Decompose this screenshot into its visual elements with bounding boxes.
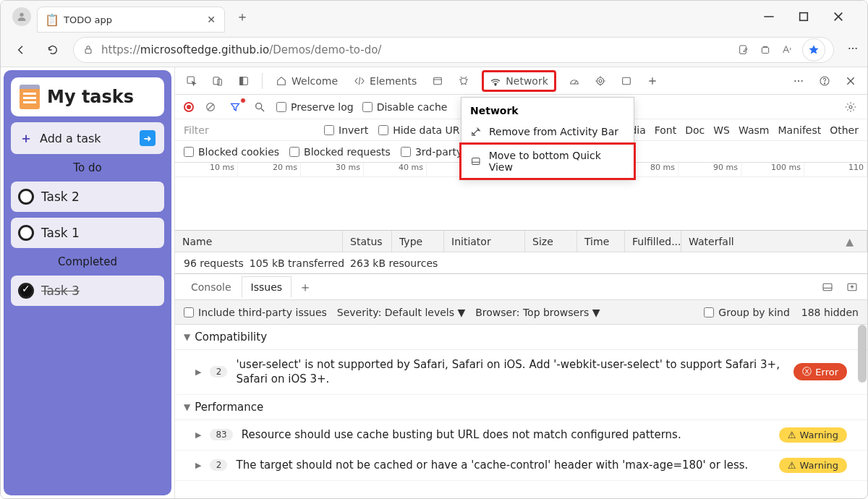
maximize-button[interactable]	[792, 7, 815, 27]
tab-elements[interactable]: Elements	[351, 72, 420, 90]
new-tab-button[interactable]: ＋	[231, 5, 254, 28]
filter-toggle-icon[interactable]	[227, 99, 243, 115]
more-tools-icon[interactable]	[618, 73, 634, 89]
add-task-button[interactable]: ＋ Add a task ➜	[11, 122, 164, 154]
type-filter[interactable]: Doc	[685, 124, 705, 136]
col-status[interactable]: Status	[343, 231, 392, 252]
svg-point-0	[20, 13, 23, 17]
back-button[interactable]	[9, 38, 33, 61]
profile-avatar[interactable]	[12, 7, 31, 26]
browser-tab[interactable]: 📋 TODO app ✕	[37, 7, 225, 33]
svg-rect-5	[85, 48, 91, 53]
issue-group-perf[interactable]: ▼Performance	[175, 395, 867, 420]
drawer-add-icon[interactable]: ＋	[293, 278, 318, 296]
svg-point-41	[849, 106, 852, 108]
type-filter[interactable]: WS	[713, 124, 730, 136]
timeline-overview[interactable]	[175, 177, 867, 231]
sort-icon: ▲	[846, 236, 854, 247]
type-filter[interactable]: Font	[655, 124, 676, 136]
task-checkbox[interactable]	[18, 189, 34, 205]
device-toggle-icon[interactable]	[210, 73, 226, 89]
refresh-button[interactable]	[41, 38, 64, 61]
warning-badge: ⚠ Warning	[779, 427, 847, 443]
col-waterfall[interactable]: Waterfall▲	[681, 231, 867, 252]
drawer-expand-icon[interactable]	[844, 279, 860, 295]
chevron-right-icon: ▶	[195, 461, 201, 470]
task-item[interactable]: Task 1	[11, 218, 164, 248]
preserve-log-checkbox[interactable]: Preserve log	[276, 101, 354, 113]
favorite-icon[interactable]	[803, 39, 825, 61]
invert-checkbox[interactable]: Invert	[324, 124, 368, 136]
type-filter[interactable]: Other	[830, 124, 859, 136]
col-initiator[interactable]: Initiator	[444, 231, 525, 252]
clear-icon[interactable]	[203, 99, 218, 115]
application-icon[interactable]	[430, 73, 446, 89]
collections-icon[interactable]	[760, 44, 771, 56]
minimize-button[interactable]	[757, 7, 780, 27]
help-icon[interactable]	[817, 73, 833, 89]
record-button[interactable]	[184, 102, 194, 112]
issue-row[interactable]: ▶ 2 The target should not be cached or h…	[175, 451, 867, 481]
browser-chrome: 📋 TODO app ✕ ＋ https://microsoftedge.git…	[1, 1, 867, 67]
drawer-dock-icon[interactable]	[820, 279, 835, 295]
hide-data-url-checkbox[interactable]: Hide data UR	[378, 124, 459, 136]
blocked-cookies-checkbox[interactable]: Blocked cookies	[184, 146, 279, 158]
task-checkbox[interactable]	[18, 225, 34, 241]
address-bar[interactable]: https://microsoftedge.github.io/Demos/de…	[73, 37, 834, 63]
task-checkbox-done[interactable]	[18, 283, 34, 299]
svg-rect-15	[240, 77, 243, 85]
issue-group-compat[interactable]: ▼Compatibility	[175, 325, 867, 350]
tab-console[interactable]: Console	[182, 277, 240, 297]
network-settings-icon[interactable]	[843, 99, 859, 115]
add-tab-icon[interactable]	[644, 73, 660, 89]
devtools-menu-icon[interactable]	[791, 73, 807, 89]
col-name[interactable]: Name	[175, 231, 343, 252]
issue-row[interactable]: ▶ 2 'user-select' is not supported by Sa…	[175, 350, 867, 395]
issue-text: The target should not be cached or have …	[236, 458, 770, 472]
ctx-move-to-bottom[interactable]: Move to bottom Quick View	[459, 142, 636, 180]
disable-cache-checkbox[interactable]: Disable cache	[362, 101, 448, 113]
edit-page-icon[interactable]	[738, 44, 749, 56]
section-todo: To do	[11, 160, 164, 176]
col-size[interactable]: Size	[525, 231, 577, 252]
type-filter[interactable]: Manifest	[778, 124, 821, 136]
type-filter[interactable]: Wasm	[739, 124, 769, 136]
tab-issues[interactable]: Issues	[242, 276, 292, 297]
memory-icon[interactable]	[592, 73, 608, 89]
tab-network[interactable]: Network	[482, 70, 556, 92]
hidden-count[interactable]: 188 hidden	[801, 307, 859, 318]
filter-input[interactable]: Filter	[184, 124, 314, 136]
search-icon[interactable]	[252, 99, 268, 115]
site-info-icon[interactable]	[82, 44, 94, 56]
error-badge: ⓧ Error	[793, 363, 847, 380]
blocked-requests-checkbox[interactable]: Blocked requests	[289, 146, 391, 158]
svg-rect-27	[622, 77, 630, 84]
svg-point-9	[852, 47, 854, 48]
add-task-label: Add a task	[40, 132, 101, 145]
page-viewport: My tasks ＋ Add a task ➜ To do Task 2 Tas…	[1, 67, 174, 498]
browser-menu-button[interactable]	[847, 43, 859, 57]
col-type[interactable]: Type	[392, 231, 444, 252]
ctx-remove[interactable]: Remove from Activity Bar	[461, 121, 634, 142]
task-item[interactable]: Task 2	[11, 182, 164, 212]
group-by-kind-checkbox[interactable]: Group by kind	[704, 307, 789, 318]
severity-label: Severity: Default levels ▼	[337, 307, 465, 318]
col-fulfilled[interactable]: Fulfilled...	[625, 231, 681, 252]
submit-arrow-icon[interactable]: ➜	[140, 130, 156, 146]
inspect-icon[interactable]	[184, 73, 200, 89]
include-third-party-checkbox[interactable]: Include third-party issues	[184, 307, 327, 318]
sources-icon[interactable]	[456, 73, 472, 89]
dock-icon[interactable]	[236, 73, 252, 89]
read-aloud-icon[interactable]	[781, 44, 793, 56]
performance-icon[interactable]	[566, 73, 582, 89]
svg-point-22	[599, 80, 602, 82]
scrollbar-thumb[interactable]	[858, 325, 867, 383]
issue-text: Resource should use cache busting but UR…	[242, 427, 770, 442]
window-close-button[interactable]	[827, 7, 850, 27]
devtools-close-icon[interactable]	[843, 73, 859, 89]
task-item-done[interactable]: Task 3	[11, 276, 164, 306]
issue-row[interactable]: ▶ 83 Resource should use cache busting b…	[175, 420, 867, 451]
tab-welcome[interactable]: Welcome	[273, 72, 341, 90]
tab-close-icon[interactable]: ✕	[207, 14, 216, 25]
col-time[interactable]: Time	[577, 231, 625, 252]
